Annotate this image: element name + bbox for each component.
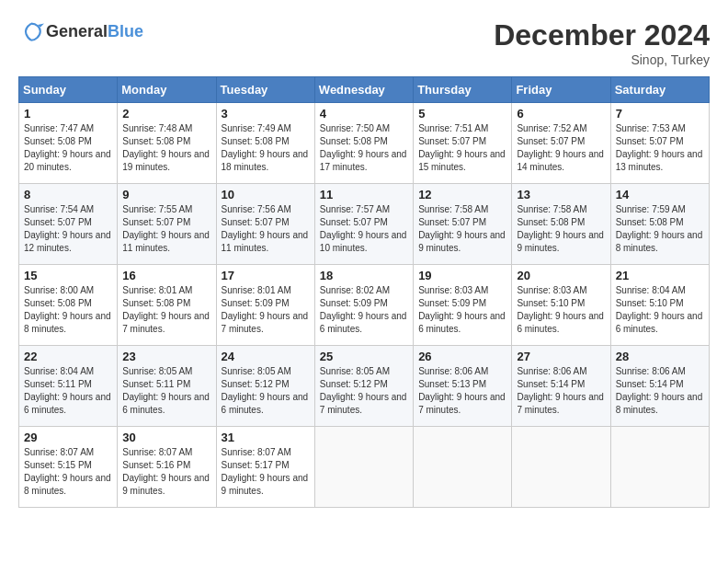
logo-blue-text: Blue <box>108 22 143 41</box>
table-row: 2Sunrise: 7:48 AMSunset: 5:08 PMDaylight… <box>118 103 216 184</box>
calendar-week-row: 22Sunrise: 8:04 AMSunset: 5:11 PMDayligh… <box>19 346 710 427</box>
table-row: 30Sunrise: 8:07 AMSunset: 5:16 PMDayligh… <box>118 427 216 508</box>
day-number: 8 <box>24 188 112 201</box>
table-row <box>414 427 512 508</box>
table-row <box>610 427 709 508</box>
table-row: 21Sunrise: 8:04 AMSunset: 5:10 PMDayligh… <box>610 265 709 346</box>
day-info: Sunrise: 8:04 AMSunset: 5:11 PMDaylight:… <box>24 365 112 417</box>
day-info: Sunrise: 8:05 AMSunset: 5:12 PMDaylight:… <box>222 365 310 417</box>
header-thursday: Thursday <box>414 77 512 103</box>
day-number: 13 <box>517 188 605 201</box>
table-row: 12Sunrise: 7:58 AMSunset: 5:07 PMDayligh… <box>414 184 512 265</box>
table-row: 8Sunrise: 7:54 AMSunset: 5:07 PMDaylight… <box>19 184 118 265</box>
table-row: 31Sunrise: 8:07 AMSunset: 5:17 PMDayligh… <box>216 427 314 508</box>
calendar-week-row: 29Sunrise: 8:07 AMSunset: 5:15 PMDayligh… <box>19 427 710 508</box>
day-info: Sunrise: 8:01 AMSunset: 5:09 PMDaylight:… <box>222 284 310 336</box>
day-number: 6 <box>517 107 605 121</box>
table-row: 18Sunrise: 8:02 AMSunset: 5:09 PMDayligh… <box>314 265 413 346</box>
logo-icon <box>18 18 44 44</box>
table-row: 25Sunrise: 8:05 AMSunset: 5:12 PMDayligh… <box>314 346 413 427</box>
day-info: Sunrise: 8:00 AMSunset: 5:08 PMDaylight:… <box>24 284 112 336</box>
day-number: 25 <box>320 350 408 363</box>
day-number: 4 <box>320 107 408 121</box>
logo: GeneralBlue <box>18 18 143 44</box>
day-info: Sunrise: 7:50 AMSunset: 5:08 PMDaylight:… <box>320 122 408 174</box>
day-info: Sunrise: 7:52 AMSunset: 5:07 PMDaylight:… <box>517 122 605 174</box>
day-info: Sunrise: 8:03 AMSunset: 5:10 PMDaylight:… <box>517 284 605 336</box>
table-row: 26Sunrise: 8:06 AMSunset: 5:13 PMDayligh… <box>414 346 512 427</box>
table-row: 9Sunrise: 7:55 AMSunset: 5:07 PMDaylight… <box>118 184 216 265</box>
day-number: 9 <box>122 188 210 201</box>
table-row: 4Sunrise: 7:50 AMSunset: 5:08 PMDaylight… <box>314 103 413 184</box>
day-number: 7 <box>616 107 704 121</box>
table-row: 24Sunrise: 8:05 AMSunset: 5:12 PMDayligh… <box>216 346 314 427</box>
header-monday: Monday <box>118 77 216 103</box>
day-number: 27 <box>517 350 605 363</box>
day-info: Sunrise: 8:06 AMSunset: 5:14 PMDaylight:… <box>616 365 704 417</box>
day-info: Sunrise: 7:57 AMSunset: 5:07 PMDaylight:… <box>320 203 408 255</box>
table-row: 10Sunrise: 7:56 AMSunset: 5:07 PMDayligh… <box>216 184 314 265</box>
day-info: Sunrise: 7:49 AMSunset: 5:08 PMDaylight:… <box>222 122 310 174</box>
location-label: Sinop, Turkey <box>494 52 710 67</box>
day-info: Sunrise: 8:07 AMSunset: 5:15 PMDaylight:… <box>24 446 112 498</box>
calendar-week-row: 15Sunrise: 8:00 AMSunset: 5:08 PMDayligh… <box>19 265 710 346</box>
day-number: 19 <box>418 269 506 282</box>
day-number: 31 <box>222 431 310 444</box>
day-number: 29 <box>24 431 112 444</box>
day-number: 5 <box>418 107 506 121</box>
day-number: 1 <box>24 107 112 121</box>
header-friday: Friday <box>512 77 610 103</box>
table-row: 13Sunrise: 7:58 AMSunset: 5:08 PMDayligh… <box>512 184 610 265</box>
table-row: 6Sunrise: 7:52 AMSunset: 5:07 PMDaylight… <box>512 103 610 184</box>
day-number: 10 <box>222 188 310 201</box>
day-number: 20 <box>517 269 605 282</box>
day-number: 12 <box>418 188 506 201</box>
day-number: 21 <box>616 269 704 282</box>
table-row: 17Sunrise: 8:01 AMSunset: 5:09 PMDayligh… <box>216 265 314 346</box>
header-sunday: Sunday <box>19 77 118 103</box>
table-row: 7Sunrise: 7:53 AMSunset: 5:07 PMDaylight… <box>610 103 709 184</box>
day-info: Sunrise: 8:01 AMSunset: 5:08 PMDaylight:… <box>122 284 210 336</box>
day-info: Sunrise: 7:54 AMSunset: 5:07 PMDaylight:… <box>24 203 112 255</box>
day-number: 2 <box>122 107 210 121</box>
table-row: 16Sunrise: 8:01 AMSunset: 5:08 PMDayligh… <box>118 265 216 346</box>
calendar-week-row: 8Sunrise: 7:54 AMSunset: 5:07 PMDaylight… <box>19 184 710 265</box>
table-row: 19Sunrise: 8:03 AMSunset: 5:09 PMDayligh… <box>414 265 512 346</box>
day-number: 22 <box>24 350 112 363</box>
table-row: 1Sunrise: 7:47 AMSunset: 5:08 PMDaylight… <box>19 103 118 184</box>
table-row: 23Sunrise: 8:05 AMSunset: 5:11 PMDayligh… <box>118 346 216 427</box>
logo-general-text: General <box>46 22 108 41</box>
day-info: Sunrise: 7:53 AMSunset: 5:07 PMDaylight:… <box>616 122 704 174</box>
table-row: 29Sunrise: 8:07 AMSunset: 5:15 PMDayligh… <box>19 427 118 508</box>
day-info: Sunrise: 8:02 AMSunset: 5:09 PMDaylight:… <box>320 284 408 336</box>
day-info: Sunrise: 7:48 AMSunset: 5:08 PMDaylight:… <box>122 122 210 174</box>
page-header: GeneralBlue December 2024 Sinop, Turkey <box>18 18 710 67</box>
day-number: 14 <box>616 188 704 201</box>
day-info: Sunrise: 7:58 AMSunset: 5:07 PMDaylight:… <box>418 203 506 255</box>
day-number: 15 <box>24 269 112 282</box>
day-info: Sunrise: 8:05 AMSunset: 5:11 PMDaylight:… <box>122 365 210 417</box>
day-number: 24 <box>222 350 310 363</box>
table-row <box>314 427 413 508</box>
table-row: 11Sunrise: 7:57 AMSunset: 5:07 PMDayligh… <box>314 184 413 265</box>
title-area: December 2024 Sinop, Turkey <box>494 18 710 67</box>
header-saturday: Saturday <box>610 77 709 103</box>
table-row <box>512 427 610 508</box>
day-info: Sunrise: 7:55 AMSunset: 5:07 PMDaylight:… <box>122 203 210 255</box>
day-info: Sunrise: 7:47 AMSunset: 5:08 PMDaylight:… <box>24 122 112 174</box>
day-number: 16 <box>122 269 210 282</box>
day-info: Sunrise: 8:06 AMSunset: 5:13 PMDaylight:… <box>418 365 506 417</box>
table-row: 20Sunrise: 8:03 AMSunset: 5:10 PMDayligh… <box>512 265 610 346</box>
table-row: 14Sunrise: 7:59 AMSunset: 5:08 PMDayligh… <box>610 184 709 265</box>
day-number: 11 <box>320 188 408 201</box>
table-row: 15Sunrise: 8:00 AMSunset: 5:08 PMDayligh… <box>19 265 118 346</box>
month-title: December 2024 <box>494 18 710 52</box>
day-info: Sunrise: 7:58 AMSunset: 5:08 PMDaylight:… <box>517 203 605 255</box>
table-row: 3Sunrise: 7:49 AMSunset: 5:08 PMDaylight… <box>216 103 314 184</box>
day-info: Sunrise: 8:06 AMSunset: 5:14 PMDaylight:… <box>517 365 605 417</box>
day-info: Sunrise: 8:07 AMSunset: 5:16 PMDaylight:… <box>122 446 210 498</box>
day-info: Sunrise: 8:03 AMSunset: 5:09 PMDaylight:… <box>418 284 506 336</box>
day-number: 26 <box>418 350 506 363</box>
calendar-table: Sunday Monday Tuesday Wednesday Thursday… <box>18 76 710 508</box>
day-number: 23 <box>122 350 210 363</box>
